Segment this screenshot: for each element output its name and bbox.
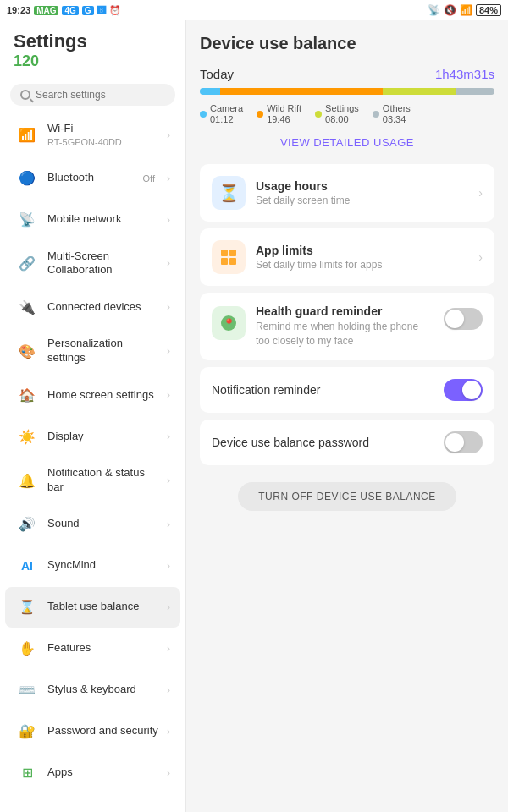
camera-time: 01:12 [210,114,243,124]
health-guard-text: Health guard reminder Remind me when hol… [256,304,433,348]
notification-reminder-toggle[interactable] [444,379,483,401]
multi-screen-label: Multi-Screen Collaboration [47,250,158,278]
panel-title: Device use balance [200,34,494,53]
mobile-network-icon: 📡 [15,208,39,232]
sidebar-item-tablet-use[interactable]: ⌛ Tablet use balance › [5,587,180,628]
wild-rift-time: 19:46 [267,114,301,124]
chevron-right-icon: › [478,250,483,264]
sidebar: Settings 120 📶 Wi-Fi RT-5GPON-40DD › 🔵 [0,20,186,812]
search-box[interactable] [10,84,175,106]
chevron-right-icon: › [167,301,170,313]
main-layout: Settings 120 📶 Wi-Fi RT-5GPON-40DD › 🔵 [0,20,508,812]
status-time: 19:23 [7,5,30,15]
status-4g: 4G [62,6,78,15]
bar-camera [200,88,220,95]
device-use-password-toggle[interactable] [444,431,483,453]
chevron-right-icon: › [167,767,170,779]
app-limits-icon [212,240,246,274]
connected-devices-label: Connected devices [47,300,158,315]
sidebar-item-syncmind[interactable]: AI SyncMind › [5,546,180,586]
display-label: Display [47,430,158,444]
health-guard-toggle[interactable] [444,308,483,330]
stylus-icon: ⌨️ [15,678,39,702]
tablet-use-label: Tablet use balance [47,600,158,614]
wifi-icon: 📶 [460,4,472,16]
usage-hours-icon: ⏳ [212,176,246,210]
wild-rift-name: Wild Rift [267,103,301,113]
view-detailed-link[interactable]: VIEW DETAILED USAGE [200,131,494,154]
chevron-right-icon: › [167,560,170,572]
usage-bar [200,88,494,95]
usage-legend: Camera 01:12 Wild Rift 19:46 Settings 08… [200,103,494,124]
sidebar-header: Settings 120 [0,20,185,77]
others-dot [373,111,379,118]
sidebar-item-notification[interactable]: 🔔 Notification & status bar › [5,458,180,503]
legend-camera: Camera 01:12 [200,103,243,124]
app-limits-title: App limits [256,244,468,257]
syncmind-icon: AI [15,554,39,578]
chevron-right-icon: › [167,726,170,738]
svg-rect-2 [221,258,228,265]
chevron-right-icon: › [167,684,170,696]
sidebar-item-home-screen[interactable]: 🏠 Home screen settings › [5,375,180,415]
sidebar-title: Settings [14,30,172,52]
apps-icon: ⊞ [15,761,39,785]
battery-icon: 84% [476,4,501,16]
notification-label: Notification & status bar [47,466,158,495]
sidebar-items: 📶 Wi-Fi RT-5GPON-40DD › 🔵 Bluetooth Off … [0,112,185,812]
chevron-right-icon: › [167,601,170,613]
camera-dot [200,111,207,118]
sidebar-item-display[interactable]: ☀️ Display › [5,416,180,457]
health-guard-icon: 📍 [212,306,246,340]
bluetooth-icon: 🔵 [15,167,39,190]
display-icon: ☀️ [15,425,39,448]
usage-today: Today 1h43m31s [200,67,494,81]
sidebar-item-bluetooth[interactable]: 🔵 Bluetooth Off › [5,158,180,199]
svg-rect-0 [221,250,228,256]
sidebar-item-connected-devices[interactable]: 🔌 Connected devices › [5,287,180,327]
sound-label: Sound [47,517,158,531]
total-time: 1h43m31s [435,67,494,81]
wifi-icon: 📶 [15,123,39,147]
apps-label: Apps [47,765,158,780]
sidebar-item-mobile-network[interactable]: 📡 Mobile network › [5,200,180,240]
status-alarm: ⏰ [109,5,121,16]
status-right: 📡 🔇 📶 84% [428,4,501,16]
sidebar-item-features[interactable]: ✋ Features › [5,628,180,669]
sidebar-item-multi-screen[interactable]: 🔗 Multi-Screen Collaboration › [5,241,180,287]
camera-name: Camera [210,103,243,113]
chevron-right-icon: › [167,173,170,184]
svg-rect-3 [229,258,236,265]
sidebar-item-apps[interactable]: ⊞ Apps › [5,753,180,793]
status-mag: MAG [34,6,58,15]
health-guard-subtitle: Remind me when holding the phone too clo… [256,320,433,348]
notification-reminder-row: Notification reminder [200,367,494,413]
others-name: Others [383,103,411,113]
app-limits-text: App limits Set daily time limits for app… [256,244,468,271]
usage-hours-title: Usage hours [256,179,468,193]
turn-off-button[interactable]: TURN OFF DEVICE USE BALANCE [238,482,456,511]
search-input[interactable] [36,89,165,101]
app-limits-card[interactable]: App limits Set daily time limits for app… [200,228,494,286]
chevron-right-icon: › [167,643,170,655]
sidebar-item-password[interactable]: 🔐 Password and security › [5,711,180,752]
features-icon: ✋ [15,637,39,661]
sidebar-item-personalization[interactable]: 🎨 Personalization settings › [5,328,180,374]
sidebar-item-stylus[interactable]: ⌨️ Stylus & keyboard › [5,670,180,710]
usage-hours-card[interactable]: ⏳ Usage hours Set daily screen time › [200,164,494,222]
right-panel: Device use balance Today 1h43m31s Camera… [186,20,508,812]
settings-name: Settings [325,103,359,113]
cast-icon: 📡 [428,4,440,16]
home-screen-icon: 🏠 [15,383,39,407]
legend-others: Others 03:34 [373,103,411,124]
sidebar-item-wifi[interactable]: 📶 Wi-Fi RT-5GPON-40DD › [5,113,180,156]
chevron-right-icon: › [167,257,170,269]
bluetooth-label: Bluetooth [47,171,135,185]
sidebar-item-sound[interactable]: 🔊 Sound › [5,504,180,545]
mobile-network-label: Mobile network [47,212,158,227]
today-label: Today [200,67,234,81]
personalization-icon: 🎨 [15,339,39,363]
chevron-right-icon: › [167,475,170,486]
settings-time: 08:00 [325,114,359,124]
version-badge: 120 [14,52,172,70]
